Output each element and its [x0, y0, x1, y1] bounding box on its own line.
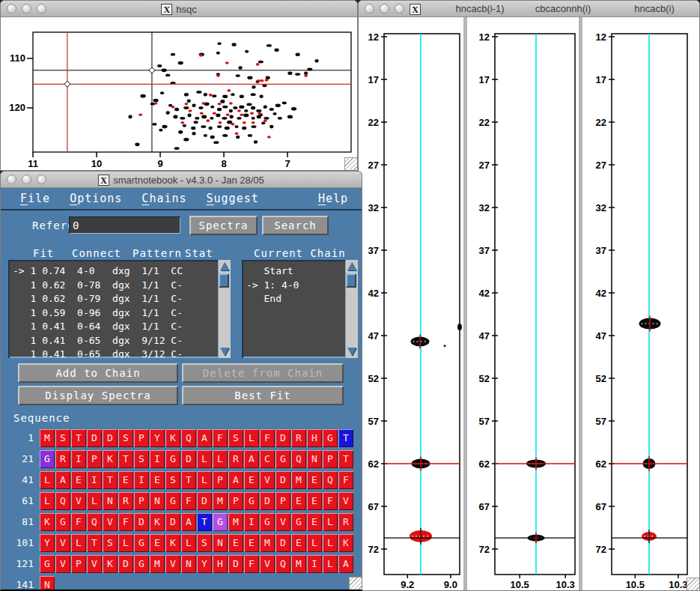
nmr-peak-black[interactable]	[165, 74, 170, 77]
nmr-peak-black[interactable]	[162, 125, 167, 129]
nmr-peak-black[interactable]	[152, 123, 156, 126]
nmr-peak-black[interactable]	[217, 108, 222, 112]
delete-from-chain-button[interactable]: Delete from Chain	[182, 363, 344, 383]
nmr-peak-black[interactable]	[222, 95, 228, 99]
sequence-cell-16[interactable]: D	[276, 429, 290, 447]
resize-grip-icon[interactable]	[344, 157, 357, 170]
sequence-cell-97[interactable]: G	[291, 513, 306, 531]
sequence-cell-32[interactable]: L	[213, 450, 228, 468]
sequence-cell-25[interactable]: K	[103, 450, 118, 468]
nmr-peak-red[interactable]	[171, 106, 175, 109]
scroll-down-button[interactable]	[346, 346, 357, 357]
sequence-cell-107[interactable]: G	[134, 534, 149, 552]
fit-row[interactable]: 1 0.41 0-65 dgx 3/12 C-	[13, 348, 218, 358]
sequence-cell-39[interactable]: P	[323, 450, 338, 468]
sequence-cell-110[interactable]: L	[181, 534, 196, 552]
nmr-peak-red[interactable]	[200, 112, 204, 115]
nmr-peak-black[interactable]	[291, 107, 296, 111]
scrollbar-thumb[interactable]	[346, 273, 356, 288]
nmr-peak-black[interactable]	[178, 130, 183, 134]
menu-item-suggest[interactable]: Suggest	[207, 192, 259, 205]
sequence-cell-21[interactable]: G	[40, 450, 55, 468]
nmr-peak-black[interactable]	[239, 66, 243, 70]
nmr-peak-black[interactable]	[231, 93, 234, 96]
nmr-peak-black[interactable]	[201, 115, 207, 119]
best-fit-button[interactable]: Best Fit	[182, 386, 344, 405]
sequence-cell-103[interactable]: L	[71, 534, 86, 552]
sequence-cell-125[interactable]: K	[103, 555, 118, 573]
sequence-cell-66[interactable]: R	[118, 492, 133, 510]
sequence-cell-30[interactable]: D	[181, 450, 196, 468]
nmr-peak-red[interactable]	[209, 94, 213, 97]
sequence-cell-128[interactable]: M	[150, 555, 165, 573]
sequence-cell-60[interactable]: F	[338, 471, 353, 489]
sequence-cell-109[interactable]: K	[165, 534, 180, 552]
sequence-cell-20[interactable]: T	[338, 429, 353, 447]
sequence-cell-138[interactable]: I	[307, 555, 322, 573]
strips-titlebar[interactable]: X hncacb(i-1) cbcaconnh(i) hncacb(i)	[359, 1, 699, 17]
nmr-peak-black[interactable]	[230, 115, 234, 119]
sequence-cell-72[interactable]: M	[213, 492, 228, 510]
nmr-peak-black[interactable]	[270, 108, 274, 111]
sequence-cell-65[interactable]: N	[103, 492, 118, 510]
nmr-peak-black[interactable]	[234, 125, 238, 128]
nmr-peak-black[interactable]	[184, 93, 189, 97]
chain-row[interactable]: End	[246, 292, 345, 306]
nmr-peak-black[interactable]	[233, 106, 237, 109]
nmr-peak-black[interactable]	[220, 100, 225, 103]
nmr-peak-red[interactable]	[219, 121, 222, 124]
sequence-cell-126[interactable]: D	[118, 555, 133, 573]
nmr-peak-black[interactable]	[260, 95, 264, 99]
sequence-cell-113[interactable]: E	[228, 534, 243, 552]
sequence-cell-29[interactable]: G	[165, 450, 180, 468]
sequence-cell-9[interactable]: K	[165, 429, 180, 447]
sequence-cell-2[interactable]: S	[55, 429, 70, 447]
sequence-cell-104[interactable]: T	[87, 534, 102, 552]
nmr-peak-red[interactable]	[237, 109, 241, 112]
sequence-cell-131[interactable]: Y	[197, 555, 212, 573]
chain-list-scrollbar[interactable]	[345, 260, 358, 358]
nmr-peak-black[interactable]	[236, 74, 240, 77]
nmr-peak-black[interactable]	[287, 115, 293, 119]
nmr-peak-black[interactable]	[166, 111, 170, 115]
nmr-peak-black[interactable]	[251, 106, 255, 110]
nmr-peak-black[interactable]	[191, 127, 195, 130]
sequence-cell-67[interactable]: P	[134, 492, 149, 510]
sequence-cell-54[interactable]: E	[244, 471, 259, 489]
nmr-peak-red[interactable]	[189, 109, 192, 112]
sequence-cell-98[interactable]: E	[307, 513, 322, 531]
nmr-peak-black[interactable]	[210, 136, 215, 139]
nmr-peak-black[interactable]	[140, 94, 145, 98]
nmr-peak-red[interactable]	[258, 112, 261, 115]
nmr-peak-red[interactable]	[225, 61, 229, 64]
sequence-cell-61[interactable]: L	[40, 492, 55, 510]
nmr-peak-red[interactable]	[240, 113, 243, 116]
nmr-peak-black[interactable]	[274, 48, 279, 52]
nmr-peak-black[interactable]	[246, 103, 252, 106]
fit-row[interactable]: 1 0.62 0-79 dgx 1/1 C-	[13, 292, 218, 306]
sequence-cell-78[interactable]: E	[307, 492, 322, 510]
nmr-peak-black[interactable]	[254, 140, 258, 144]
nmr-peak-black[interactable]	[210, 106, 214, 109]
sequence-cell-95[interactable]: G	[260, 513, 275, 531]
sequence-cell-37[interactable]: Q	[291, 450, 306, 468]
nmr-peak-red[interactable]	[304, 74, 308, 77]
sequence-cell-77[interactable]: E	[291, 492, 306, 510]
nmr-peak-black[interactable]	[239, 105, 244, 109]
sequence-cell-123[interactable]: P	[71, 555, 86, 573]
sequence-cell-115[interactable]: M	[260, 534, 275, 552]
nmr-peak-black[interactable]	[183, 138, 189, 142]
current-chain-rows[interactable]: Start-> 1: 4-0 End	[242, 260, 345, 358]
sequence-cell-121[interactable]: G	[40, 555, 55, 573]
nmr-peak-red[interactable]	[267, 136, 271, 139]
sequence-cell-13[interactable]: S	[228, 429, 243, 447]
nmr-strip-peak[interactable]	[457, 324, 462, 330]
fit-list-scrollbar[interactable]	[218, 260, 231, 358]
sequence-cell-7[interactable]: P	[134, 429, 149, 447]
sequence-cell-112[interactable]: N	[213, 534, 228, 552]
nmr-peak-red[interactable]	[235, 133, 239, 136]
sequence-cell-11[interactable]: A	[197, 429, 212, 447]
sequence-cell-49[interactable]: S	[165, 471, 180, 489]
resize-grip-icon[interactable]	[687, 578, 699, 590]
nmr-peak-black[interactable]	[173, 115, 177, 119]
